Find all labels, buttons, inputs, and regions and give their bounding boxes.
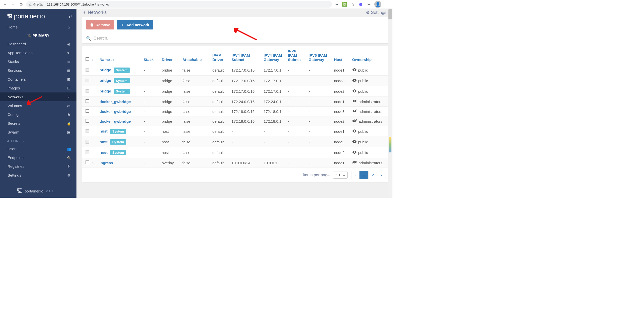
sidebar-item-stacks[interactable]: Stacks≣ [0, 57, 76, 66]
breadcrumb-icon: ⫞ [83, 10, 85, 15]
cell-ipam-driver: default [211, 65, 230, 76]
pager-page-1[interactable]: 1 [359, 171, 368, 179]
col-driver[interactable]: Driver [160, 46, 181, 65]
logo[interactable]: 🏗 portainer.io [7, 12, 45, 20]
key-icon[interactable]: ⊶ [334, 2, 339, 7]
network-name-link[interactable]: host [100, 140, 108, 144]
menu-icon[interactable]: ⋮ [384, 2, 389, 7]
cell-host: node1 [333, 65, 351, 76]
sidebar-item-registries[interactable]: Registries🗄 [0, 162, 76, 171]
header-settings[interactable]: ⚙ Settings [366, 10, 386, 15]
table-row: bridgeSystem-bridgefalsedefault172.17.0.… [82, 86, 389, 97]
sidebar-item-home[interactable]: Home⌂ [0, 23, 76, 31]
sidebar-item-networks[interactable]: Networks⫞ [0, 92, 76, 101]
col-attachable[interactable]: Attachable [181, 46, 211, 65]
extension-cube-icon[interactable]: ⬢ [358, 2, 363, 7]
system-badge: System [110, 129, 126, 134]
items-per-page-select[interactable]: 10 [333, 172, 348, 179]
sidebar-item-label: Images [8, 86, 20, 90]
row-checkbox[interactable] [86, 160, 89, 164]
search-input[interactable] [94, 36, 385, 41]
sidebar-item-secrets[interactable]: Secrets🔒 [0, 119, 76, 128]
col-stack[interactable]: Stack [142, 46, 160, 65]
remove-label: Remove [96, 23, 110, 27]
table-row: docker_gwbridge-bridgefalsedefault172.18… [82, 107, 389, 116]
row-checkbox[interactable] [86, 109, 89, 113]
row-checkbox[interactable] [86, 79, 89, 82]
network-name-link[interactable]: ingress [100, 161, 113, 165]
translate-icon[interactable]: 🈯 [342, 2, 347, 7]
scrollbar-thumb[interactable] [388, 9, 392, 19]
cell-driver: bridge [160, 76, 181, 86]
cell-ipv4-subnet: - [230, 126, 262, 137]
cell-ipv4-subnet: 172.24.0.0/16 [230, 97, 262, 107]
add-network-button[interactable]: ＋ Add network [117, 20, 153, 29]
sidebar-item-swarm[interactable]: Swarm▣ [0, 128, 76, 137]
pager-prev[interactable]: ‹ [351, 171, 359, 179]
network-name-link[interactable]: bridge [100, 89, 111, 93]
cell-attachable: false [181, 158, 211, 168]
table-row: hostSystem-hostfalsedefault----node1publ… [82, 126, 389, 137]
row-checkbox[interactable] [86, 89, 89, 93]
row-checkbox[interactable] [86, 140, 89, 144]
row-checkbox[interactable] [86, 150, 89, 154]
back-button[interactable]: ← [2, 1, 8, 7]
sidebar-item-label: Settings [8, 173, 21, 177]
sidebar-item-containers[interactable]: Containers⊞ [0, 75, 76, 84]
remove-button[interactable]: 🗑 Remove [86, 20, 114, 29]
sidebar-item-settings[interactable]: Settings⚙ [0, 171, 76, 180]
cell-stack: - [142, 86, 160, 97]
col-name[interactable]: Name ↓↑ [98, 46, 142, 65]
select-all-checkbox[interactable] [86, 57, 89, 61]
network-name-link[interactable]: docker_gwbridge [100, 119, 131, 123]
cell-ipv6-subnet: - [287, 147, 307, 158]
sidebar-item-icon: ▣ [66, 130, 71, 134]
cell-host: node1 [333, 126, 351, 137]
cell-driver: bridge [160, 116, 181, 126]
network-name-link[interactable]: docker_gwbridge [100, 109, 131, 114]
sidebar-item-endpoints[interactable]: Endpoints🔌 [0, 153, 76, 162]
address-bar[interactable]: ⚠ 不安全 | 192.168.64.153:9000/#!/1/docker/… [26, 1, 332, 8]
forward-button[interactable]: → [10, 1, 16, 7]
cell-ipv6-gateway: - [307, 97, 333, 107]
star-icon[interactable]: ☆ [350, 2, 355, 7]
cell-host: node1 [333, 158, 351, 168]
sidebar-item-services[interactable]: Services▦ [0, 66, 76, 75]
network-name-link[interactable]: host [100, 129, 108, 133]
row-checkbox[interactable] [86, 99, 89, 103]
col-ipv4-gateway[interactable]: IPV4 IPAM Gateway [262, 46, 287, 65]
expand-all-toggle[interactable]: › [92, 57, 94, 62]
pager-next[interactable]: › [377, 171, 385, 179]
profile-avatar[interactable]: 👤 [374, 1, 381, 8]
col-ownership[interactable]: Ownership [351, 46, 389, 65]
cell-ipv6-gateway: - [307, 86, 333, 97]
sidebar-item-images[interactable]: Images❐ [0, 84, 76, 92]
extensions-icon[interactable]: ✦ [366, 2, 371, 7]
expand-toggle[interactable]: › [92, 161, 94, 165]
cell-stack: - [142, 158, 160, 168]
sidebar-item-app-templates[interactable]: App Templates✈ [0, 48, 76, 57]
row-checkbox[interactable] [86, 68, 89, 72]
reload-button[interactable]: ⟳ [18, 1, 24, 7]
col-ipv6-gateway[interactable]: IPV6 IPAM Gateway [307, 46, 333, 65]
cell-ipv4-gateway: - [262, 126, 287, 137]
col-ipv4-subnet[interactable]: IPV4 IPAM Subnet [230, 46, 262, 65]
pager-page-2[interactable]: 2 [369, 171, 377, 179]
network-name-link[interactable]: docker_gwbridge [100, 100, 131, 104]
col-ipv6-subnet[interactable]: IPV6 IPAM Subnet [287, 46, 307, 65]
col-host[interactable]: Host [333, 46, 351, 65]
table-row: ›ingress-overlayfalsedefault10.0.0.0/241… [82, 158, 389, 168]
network-name-link[interactable]: host [100, 150, 108, 154]
col-ipam-driver[interactable]: IPAM Driver [211, 46, 230, 65]
collapse-icon[interactable]: ⇄ [69, 14, 72, 19]
sidebar-item-volumes[interactable]: Volumes▭ [0, 101, 76, 110]
cell-ipv6-subnet: - [287, 76, 307, 86]
row-checkbox[interactable] [86, 119, 89, 123]
sidebar-item-configs[interactable]: Configs🗎 [0, 110, 76, 119]
network-name-link[interactable]: bridge [100, 78, 111, 83]
row-checkbox[interactable] [86, 129, 89, 133]
scrollbar[interactable] [388, 9, 392, 198]
sidebar-item-users[interactable]: Users👥 [0, 144, 76, 153]
sidebar-item-dashboard[interactable]: Dashboard◉ [0, 40, 76, 48]
network-name-link[interactable]: bridge [100, 68, 111, 72]
